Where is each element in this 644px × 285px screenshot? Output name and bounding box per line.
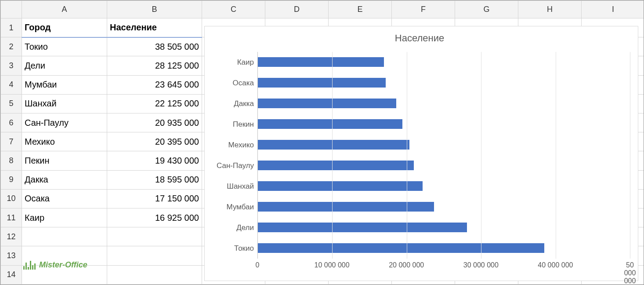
- cell[interactable]: 23 645 000: [107, 75, 202, 94]
- row-header[interactable]: 7: [1, 132, 22, 151]
- chart-gridline: [481, 52, 481, 259]
- col-header-I[interactable]: I: [582, 1, 644, 18]
- cell[interactable]: Токио: [22, 37, 107, 56]
- row-header[interactable]: 11: [1, 208, 22, 227]
- chart-title: Население: [209, 33, 630, 44]
- chart-bar-row: [258, 99, 630, 109]
- row-header[interactable]: 3: [1, 56, 22, 75]
- chart-bar: [258, 78, 386, 88]
- chart-bar-row: [258, 243, 630, 254]
- col-header-B[interactable]: B: [107, 1, 202, 18]
- chart-y-labels: КаирОсакаДаккаПекинМехикоСан-ПаулуШанхай…: [209, 52, 257, 259]
- row-header[interactable]: 8: [1, 151, 22, 170]
- chart-bar: [258, 181, 423, 191]
- chart-bars: [258, 52, 630, 259]
- col-header-C[interactable]: C: [202, 1, 265, 18]
- chart-bar-row: [258, 223, 630, 233]
- row-header[interactable]: 12: [1, 227, 22, 246]
- chart-category-label: Токио: [209, 245, 254, 252]
- chart-gridline: [407, 52, 407, 259]
- chart-bar: [258, 140, 409, 150]
- row-header[interactable]: 2: [1, 37, 22, 56]
- chart-plot-area: КаирОсакаДаккаПекинМехикоСан-ПаулуШанхай…: [209, 52, 630, 259]
- chart-bar: [258, 57, 384, 67]
- cell[interactable]: Шанхай: [22, 94, 107, 113]
- chart-bar: [258, 161, 414, 170]
- cell[interactable]: 28 125 000: [107, 56, 202, 75]
- select-all-corner[interactable]: [1, 1, 22, 18]
- chart-bar-row: [258, 161, 630, 171]
- cell[interactable]: 19 430 000: [107, 151, 202, 170]
- chart-gridline: [556, 52, 556, 259]
- cell[interactable]: Мехико: [22, 132, 107, 151]
- cell[interactable]: [107, 246, 202, 265]
- col-header-F[interactable]: F: [392, 1, 455, 18]
- cell[interactable]: 18 595 000: [107, 170, 202, 189]
- chart-x-tick: 40 000 000: [538, 261, 573, 269]
- chart-bar-row: [258, 78, 630, 88]
- chart-category-label: Шанхай: [209, 183, 254, 190]
- col-header-H[interactable]: H: [518, 1, 582, 18]
- watermark-text: Mister-Office: [39, 260, 87, 270]
- cell[interactable]: Каир: [22, 208, 107, 227]
- row-header[interactable]: 9: [1, 170, 22, 189]
- chart-bars-area: [257, 52, 630, 259]
- cell[interactable]: 16 925 000: [107, 208, 202, 227]
- col-header-A[interactable]: A: [22, 1, 107, 18]
- chart-x-tick: 30 000 000: [463, 261, 499, 269]
- chart-category-label: Мумбаи: [209, 203, 254, 211]
- column-headers-row: A B C D E F G H I: [1, 1, 644, 18]
- chart-bar: [258, 119, 402, 129]
- cell[interactable]: 20 395 000: [107, 132, 202, 151]
- chart-bar: [258, 223, 467, 232]
- chart-category-label: Каир: [209, 58, 254, 66]
- chart-category-label: Сан-Паулу: [209, 162, 254, 169]
- row-header[interactable]: 6: [1, 113, 22, 132]
- chart-category-label: Осака: [209, 79, 254, 87]
- chart-bar-row: [258, 57, 630, 68]
- chart-x-tick: 10 000 000: [315, 261, 350, 269]
- cell[interactable]: Город: [22, 18, 107, 37]
- chart-bar-row: [258, 119, 630, 130]
- chart-gridline: [630, 52, 630, 259]
- col-header-E[interactable]: E: [329, 1, 392, 18]
- row-header[interactable]: 10: [1, 189, 22, 208]
- cell[interactable]: 22 125 000: [107, 94, 202, 113]
- cell[interactable]: [107, 265, 202, 284]
- row-header[interactable]: 1: [1, 18, 22, 37]
- cell[interactable]: Осака: [22, 189, 107, 208]
- cell[interactable]: 20 935 000: [107, 113, 202, 132]
- watermark-icon: [23, 260, 36, 270]
- cell[interactable]: 38 505 000: [107, 37, 202, 56]
- cell[interactable]: Дакка: [22, 170, 107, 189]
- chart-x-tick: 20 000 000: [389, 261, 424, 269]
- chart-bar: [258, 243, 544, 253]
- cell[interactable]: 17 150 000: [107, 189, 202, 208]
- cell[interactable]: [107, 227, 202, 246]
- row-header[interactable]: 14: [1, 265, 22, 284]
- chart-category-label: Мехико: [209, 141, 254, 149]
- chart-x-tick: 50 000 000: [624, 261, 636, 285]
- cell[interactable]: [22, 227, 107, 246]
- chart-bar-row: [258, 181, 630, 192]
- chart-bar: [258, 99, 396, 108]
- row-header[interactable]: 4: [1, 75, 22, 94]
- col-header-G[interactable]: G: [455, 1, 518, 18]
- row-header[interactable]: 5: [1, 94, 22, 113]
- cell[interactable]: Сан-Паулу: [22, 113, 107, 132]
- cell[interactable]: Мумбаи: [22, 75, 107, 94]
- chart-bar-row: [258, 140, 630, 150]
- chart-category-label: Пекин: [209, 121, 254, 128]
- chart-gridline: [332, 52, 333, 259]
- chart-category-label: Дакка: [209, 100, 254, 107]
- chart-container[interactable]: Население КаирОсакаДаккаПекинМехикоСан-П…: [204, 26, 638, 281]
- chart-bar: [258, 202, 434, 212]
- cell[interactable]: Дели: [22, 56, 107, 75]
- col-header-D[interactable]: D: [265, 1, 329, 18]
- cell[interactable]: Население: [107, 18, 202, 37]
- row-header[interactable]: 13: [1, 246, 22, 265]
- cell[interactable]: Пекин: [22, 151, 107, 170]
- chart-x-tick: 0: [256, 261, 260, 269]
- chart-category-label: Дели: [209, 224, 254, 231]
- watermark-logo: Mister-Office: [23, 260, 87, 270]
